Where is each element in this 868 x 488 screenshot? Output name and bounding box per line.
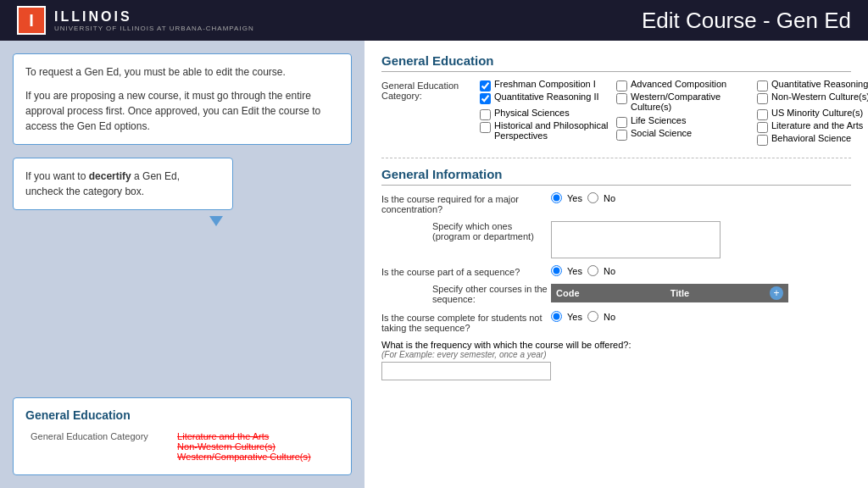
physical-sciences-label: Physical Sciences (494, 108, 570, 118)
required-yes-label: Yes (567, 193, 582, 203)
physical-sciences-checkbox[interactable] (480, 109, 491, 120)
checkbox-col-3: Quantitative Reasoning I Non-Western Cul… (757, 79, 868, 146)
specify-row: Specify which ones (program or departmen… (432, 221, 851, 258)
checkbox-item: Physical Sciences (480, 108, 611, 120)
gen-ed-checkboxes-row: General Education Category: Freshman Com… (381, 79, 851, 146)
sequence-table-container: Code Title + (551, 284, 788, 302)
social-science-label: Social Science (631, 128, 692, 138)
specify-input[interactable] (551, 221, 721, 258)
logo-area: I ILLINOIS UNIVERSITY OF ILLINOIS AT URB… (17, 6, 254, 35)
quantitative-reasoning-2-label: Quantitative Reasoning II (494, 92, 599, 102)
checkbox-item: Behavioral Science (757, 133, 868, 146)
left-panel: To request a Gen Ed, you must be able to… (0, 41, 364, 488)
advanced-composition-label: Advanced Composition (631, 79, 726, 89)
table-row: General Education Category Literature an… (27, 430, 337, 463)
checkbox-item: Life Sciences (616, 115, 752, 128)
frequency-row: What is the frequency with which the cou… (381, 340, 851, 380)
is-complete-label: Is the course complete for students not … (381, 311, 551, 333)
is-complete-radio-group: Yes No (551, 311, 615, 322)
checkbox-item: Literature and the Arts (757, 120, 868, 133)
sequence-yes-label: Yes (567, 266, 582, 276)
checkbox-item: Historical and Philosophical Perspective… (480, 120, 611, 141)
checkbox-item: Advanced Composition (616, 79, 752, 92)
required-no-radio[interactable] (587, 192, 598, 203)
preview-label: General Education Category (27, 430, 172, 463)
checkbox-item: Social Science (616, 128, 752, 141)
code-column-header: Code (551, 284, 665, 302)
gen-ed-section-title: General Education (381, 53, 851, 72)
non-western-culture-checkbox[interactable] (757, 93, 768, 104)
checkbox-item: Western/Comparative Culture(s) (616, 92, 752, 112)
us-minority-culture-label: US Minority Culture(s) (771, 108, 863, 118)
complete-yes-radio[interactable] (551, 311, 562, 322)
gen-ed-section: General Education General Education Cate… (381, 53, 851, 146)
western-comparative-checkbox[interactable] (616, 93, 627, 104)
down-arrow-icon (209, 216, 223, 226)
freshman-composition-1-label: Freshman Composition I (494, 79, 596, 89)
add-sequence-button[interactable]: + (770, 286, 783, 300)
right-panel: General Education General Education Cate… (364, 41, 868, 488)
checkbox-item: US Minority Culture(s) (757, 108, 868, 120)
info-box-1: To request a Gen Ed, you must be able to… (13, 53, 352, 145)
is-sequence-radio-group: Yes No (551, 265, 615, 276)
arrow-container (13, 216, 352, 226)
logo-subtitle: UNIVERSITY OF ILLINOIS AT URBANA-CHAMPAI… (54, 25, 254, 32)
life-sciences-label: Life Sciences (631, 115, 686, 125)
checkbox-item: Quantitative Reasoning II (480, 92, 611, 104)
list-item: Western/Comparative Culture(s) (177, 452, 334, 462)
complete-no-radio[interactable] (587, 311, 598, 322)
non-western-culture-label: Non-Western Culture(s) (771, 92, 868, 102)
header: I ILLINOIS UNIVERSITY OF ILLINOIS AT URB… (0, 0, 868, 41)
specify-label: Specify which ones (program or departmen… (432, 221, 551, 241)
general-info-section: General Information Is the course requir… (381, 158, 851, 380)
sequence-no-label: No (604, 266, 615, 276)
checkbox-col-2: Advanced Composition Western/Comparative… (616, 79, 752, 146)
advanced-composition-checkbox[interactable] (616, 80, 627, 92)
us-minority-culture-checkbox[interactable] (757, 109, 768, 120)
gen-ed-category-label: General Education Category: (381, 79, 475, 101)
checkbox-item: Non-Western Culture(s) (757, 92, 868, 104)
checkbox-columns: Freshman Composition I Quantitative Reas… (480, 79, 868, 146)
frequency-input[interactable] (381, 362, 551, 380)
gen-ed-preview-box: General Education General Education Cate… (13, 397, 352, 475)
literature-arts-checkbox[interactable] (757, 122, 768, 133)
sequence-no-radio[interactable] (587, 265, 598, 276)
checkbox-item: Freshman Composition I (480, 79, 611, 92)
historical-philosophical-label: Historical and Philosophical Perspective… (494, 120, 611, 141)
list-item: Non-Western Culture(s) (177, 441, 334, 452)
list-item: Literature and the Arts (177, 431, 334, 441)
sequence-specify-label: Specify other courses in the sequence: (432, 284, 551, 304)
is-required-label: Is the course required for a major conce… (381, 192, 551, 214)
is-required-row: Is the course required for a major conce… (381, 192, 851, 214)
logo-text-area: ILLINOIS UNIVERSITY OF ILLINOIS AT URBAN… (54, 9, 254, 32)
behavioral-science-label: Behavioral Science (771, 133, 851, 143)
decertify-text: If you want to decertify a Gen Ed, unche… (25, 169, 220, 199)
decertify-bold: decertify (89, 170, 131, 182)
main-content: To request a Gen Ed, you must be able to… (0, 41, 868, 488)
logo-box: I (17, 6, 46, 35)
is-required-radio-group: Yes No (551, 192, 615, 203)
gen-ed-preview-table: General Education Category Literature an… (25, 429, 339, 464)
checkbox-item: Quantitative Reasoning I (757, 79, 868, 92)
complete-yes-label: Yes (567, 312, 582, 322)
table-row: Code Title + (551, 284, 788, 302)
quantitative-reasoning-2-checkbox[interactable] (480, 93, 491, 104)
quantitative-reasoning-1-checkbox[interactable] (757, 80, 768, 92)
title-column-header: Title (665, 284, 765, 302)
freshman-composition-1-checkbox[interactable] (480, 80, 491, 92)
behavioral-science-checkbox[interactable] (757, 135, 768, 146)
gen-ed-preview-title: General Education (25, 408, 339, 422)
decertify-plain-1: If you want to (25, 170, 89, 182)
sequence-yes-radio[interactable] (551, 265, 562, 276)
complete-no-label: No (604, 312, 615, 322)
western-comparative-label: Western/Comparative Culture(s) (631, 92, 752, 112)
social-science-checkbox[interactable] (616, 130, 627, 141)
required-no-label: No (604, 193, 615, 203)
add-column-header: + (765, 284, 788, 302)
life-sciences-checkbox[interactable] (616, 117, 627, 128)
historical-philosophical-checkbox[interactable] (480, 122, 491, 133)
decertify-box: If you want to decertify a Gen Ed, unche… (13, 158, 233, 210)
required-yes-radio[interactable] (551, 192, 562, 203)
is-complete-row: Is the course complete for students not … (381, 311, 851, 333)
info-para-2: If you are proposing a new course, it mu… (25, 88, 339, 134)
